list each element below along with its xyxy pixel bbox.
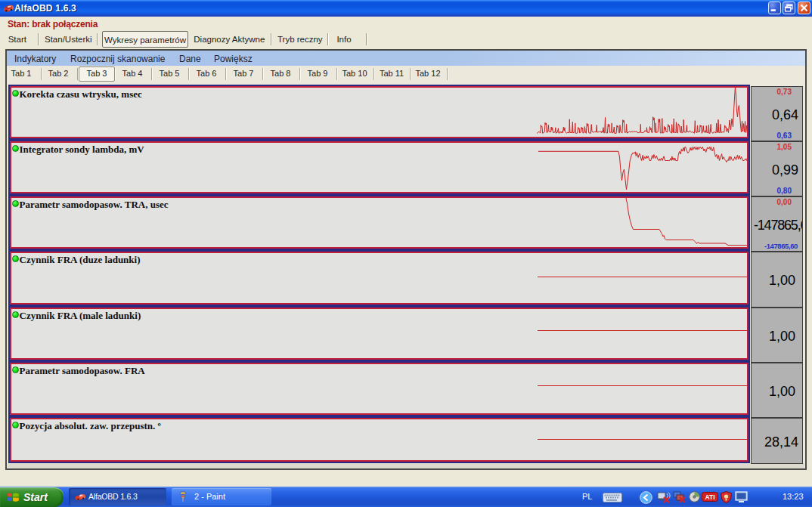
svg-text:ATI: ATI	[705, 493, 714, 501]
